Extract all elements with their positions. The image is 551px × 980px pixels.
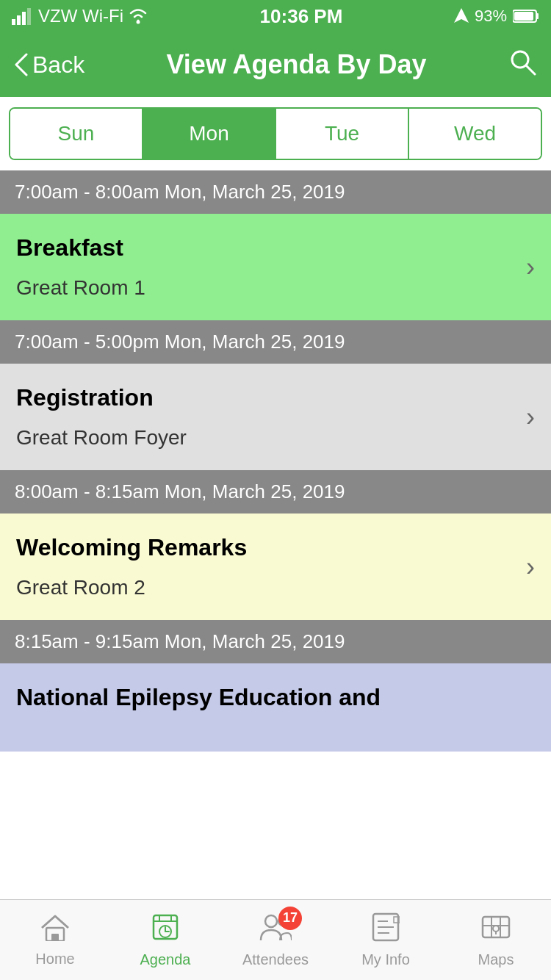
agenda-icon xyxy=(151,912,180,948)
search-icon xyxy=(508,48,536,76)
nav-item-home[interactable]: Home xyxy=(0,913,110,968)
svg-rect-12 xyxy=(51,934,59,941)
tab-mon[interactable]: Mon xyxy=(143,109,276,159)
battery-icon xyxy=(513,9,539,24)
attendees-icon: 17 xyxy=(259,912,292,948)
event-title-welcoming: Welcoming Remarks xyxy=(16,534,519,561)
svg-marker-5 xyxy=(454,8,469,23)
time-header-4: 8:15am - 9:15am Mon, March 25, 2019 xyxy=(0,620,551,663)
event-card-registration[interactable]: Registration Great Room Foyer › xyxy=(0,364,551,470)
event-chevron-welcoming: › xyxy=(526,552,535,583)
event-card-welcoming[interactable]: Welcoming Remarks Great Room 2 › xyxy=(0,514,551,620)
nav-label-home: Home xyxy=(35,951,74,968)
svg-rect-7 xyxy=(536,13,539,19)
header: Back View Agenda By Day xyxy=(0,32,551,97)
location-icon xyxy=(454,8,469,24)
nav-item-myinfo[interactable]: My Info xyxy=(331,912,441,968)
event-info-epilepsy: National Epilepsy Education and xyxy=(16,684,535,726)
svg-rect-0 xyxy=(12,19,15,25)
battery-percent: 93% xyxy=(475,7,507,26)
tab-sun[interactable]: Sun xyxy=(10,109,143,159)
status-bar: VZW Wi-Fi 10:36 PM 93% xyxy=(0,0,551,32)
tab-tue[interactable]: Tue xyxy=(276,109,409,159)
event-info-registration: Registration Great Room Foyer xyxy=(16,384,519,450)
carrier-label: VZW Wi-Fi xyxy=(38,6,123,26)
nav-label-myinfo: My Info xyxy=(361,951,410,968)
tab-wed[interactable]: Wed xyxy=(409,109,541,159)
time-header-3: 8:00am - 8:15am Mon, March 25, 2019 xyxy=(0,470,551,514)
status-left: VZW Wi-Fi xyxy=(12,6,148,26)
home-icon xyxy=(40,913,70,948)
svg-point-31 xyxy=(493,926,499,932)
event-location-breakfast: Great Room 1 xyxy=(16,276,519,300)
event-chevron-registration: › xyxy=(526,402,535,433)
svg-rect-8 xyxy=(514,12,533,21)
svg-line-10 xyxy=(526,65,535,74)
day-tabs: Sun Mon Tue Wed xyxy=(9,107,542,160)
maps-icon xyxy=(481,912,511,948)
event-card-breakfast[interactable]: Breakfast Great Room 1 › xyxy=(0,214,551,320)
attendees-badge: 17 xyxy=(278,907,302,930)
event-list: 7:00am - 8:00am Mon, March 25, 2019 Brea… xyxy=(0,170,551,840)
nav-item-agenda[interactable]: Agenda xyxy=(110,912,220,968)
back-label: Back xyxy=(32,51,84,79)
event-chevron-breakfast: › xyxy=(526,252,535,283)
bottom-nav: Home Agenda 17 Atte xyxy=(0,899,551,980)
back-button[interactable]: Back xyxy=(15,51,84,79)
back-chevron-icon xyxy=(15,53,28,76)
time-header-2: 7:00am - 5:00pm Mon, March 25, 2019 xyxy=(0,320,551,364)
wifi-icon xyxy=(128,7,148,25)
svg-rect-1 xyxy=(17,15,21,25)
event-title-breakfast: Breakfast xyxy=(16,234,519,262)
page-title: View Agenda By Day xyxy=(84,49,508,80)
event-location-registration: Great Room Foyer xyxy=(16,426,519,450)
event-title-epilepsy: National Epilepsy Education and xyxy=(16,684,535,711)
event-info-breakfast: Breakfast Great Room 1 xyxy=(16,234,519,300)
signal-icon xyxy=(12,7,34,25)
nav-label-maps: Maps xyxy=(478,951,514,968)
myinfo-icon xyxy=(372,912,400,948)
nav-label-attendees: Attendees xyxy=(242,951,309,968)
nav-item-attendees[interactable]: 17 Attendees xyxy=(220,912,331,968)
status-right: 93% xyxy=(454,7,539,26)
svg-point-4 xyxy=(136,21,140,24)
nav-item-maps[interactable]: Maps xyxy=(441,912,551,968)
nav-label-agenda: Agenda xyxy=(140,951,191,968)
svg-point-20 xyxy=(265,915,277,927)
svg-rect-2 xyxy=(22,12,26,25)
event-title-registration: Registration xyxy=(16,384,519,411)
time-header-1: 7:00am - 8:00am Mon, March 25, 2019 xyxy=(0,170,551,214)
event-card-epilepsy[interactable]: National Epilepsy Education and xyxy=(0,663,551,752)
search-button[interactable] xyxy=(508,48,536,82)
svg-rect-3 xyxy=(27,8,31,25)
event-info-welcoming: Welcoming Remarks Great Room 2 xyxy=(16,534,519,599)
event-location-welcoming: Great Room 2 xyxy=(16,576,519,599)
status-time: 10:36 PM xyxy=(260,5,343,28)
